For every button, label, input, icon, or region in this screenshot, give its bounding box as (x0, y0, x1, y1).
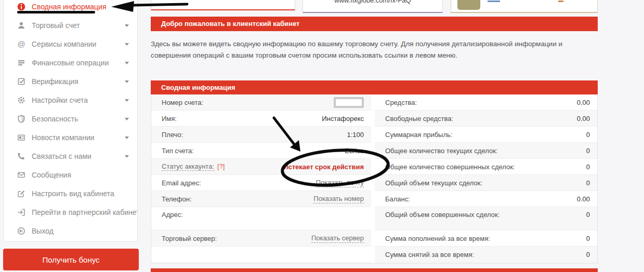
sidebar-item[interactable]: Связаться с нами (4, 147, 137, 166)
row-label: Свободные средства: (385, 115, 453, 123)
sidebar-item[interactable]: Торговый счет (4, 16, 137, 35)
intro-text: Здесь вы можете видеть сводную информаци… (151, 38, 602, 61)
sidebar-item[interactable]: Настройки счета (4, 91, 137, 110)
account-status-link[interactable]: Статус аккаунта: (162, 162, 214, 171)
welcome-banner: Добро пожаловать в клиентский кабинет (151, 17, 598, 31)
chevron-down-icon (125, 80, 129, 83)
info-icon (17, 3, 26, 11)
notice-card-promo[interactable] (451, 0, 598, 13)
sidebar-item-label: Безопасность (32, 115, 78, 123)
summary-row: Сумма снятий за все время:0 (375, 247, 597, 263)
sidebar-item-label: Перейти в партнерский кабинет (32, 208, 138, 216)
sidebar-item-label: Финансовые операции (32, 59, 109, 67)
sidebar-item-label: Торговый счет (32, 21, 80, 30)
row-label: Общее количество совершенных сделок: (385, 163, 515, 171)
row-label: Сумма снятий за все время: (385, 251, 474, 259)
sidebar-item[interactable]: Безопасность (4, 110, 137, 128)
chevron-down-icon (125, 118, 129, 120)
row-label: Имя: (162, 115, 177, 123)
notice-card-account[interactable] (151, 0, 295, 10)
help-question-link[interactable]: [?] (217, 162, 225, 170)
row-value: 0 (586, 147, 590, 155)
row-label-text: Email адрес: (162, 179, 201, 187)
row-value: Инстафорекс (322, 115, 364, 123)
summary-row: Торговый сервер:Показать сервер (151, 230, 371, 247)
row-label-text: Общее количество совершенных сделок: (385, 163, 515, 171)
row-value: 0 (586, 251, 590, 259)
sidebar-item[interactable]: Верификация (4, 72, 137, 91)
summary-row: Свободные средства:0.00 (375, 111, 597, 127)
chevron-down-icon (125, 137, 129, 139)
summary-card: Сводная информация Номер счета:Имя:Инста… (151, 80, 598, 264)
sidebar-item[interactable]: Выход (4, 222, 137, 240)
summary-row: Адрес: (151, 207, 371, 230)
sidebar-menu: Сводная информацияТорговый счет@Сервисы … (4, 0, 137, 240)
sidebar-item-label: Сообщения (32, 171, 71, 179)
summary-row: Номер счета: (151, 94, 371, 111)
shield-icon (17, 115, 26, 123)
row-label-text: Сумма пополнений за все время: (385, 235, 490, 242)
row-label-text: Баланс: (385, 195, 410, 203)
clipped-text-fragment (488, 1, 500, 2)
envelope-icon (17, 171, 26, 179)
row-label: Сумма пополнений за все время: (385, 235, 490, 242)
summary-row: Телефон:Показать номер (151, 191, 371, 207)
summary-row: Баланс:0.00 (375, 191, 597, 207)
row-value: 0 (586, 179, 590, 187)
row-label: Баланс: (385, 195, 410, 203)
get-bonus-button[interactable]: Получить бонус (3, 249, 139, 270)
row-label: Торговый сервер: (162, 235, 217, 242)
summary-row: Email адрес:Показать почту (151, 175, 371, 191)
promo-thumbnail (457, 0, 480, 10)
logout-icon (17, 227, 26, 235)
row-value: 0 (586, 131, 590, 139)
list-icon (17, 59, 26, 67)
sidebar-item[interactable]: Новости компании (4, 128, 137, 147)
row-label-text: Общий объем совершенных сделок: (385, 211, 500, 219)
sidebar-item[interactable]: Сводная информация (4, 0, 137, 16)
row-value: Eurica (345, 147, 364, 155)
sidebar-item-label: Настройки счета (32, 96, 88, 104)
row-label-text: Торговый сервер: (162, 235, 217, 242)
summary-row: Общее количество совершенных сделок:0 (375, 159, 597, 175)
summary-row: Сумма пополнений за все время:0 (375, 230, 597, 247)
row-label: Телефон: (162, 195, 192, 203)
sidebar-item-label: Настроить вид кабинета (32, 189, 114, 198)
status-alert-value: Истекает срок действия (283, 163, 364, 171)
redacted-account-number (334, 97, 364, 108)
sidebar-item[interactable]: Перейти в партнерский кабинет (4, 203, 137, 222)
reveal-link[interactable]: Показать номер (313, 195, 364, 203)
row-label: Суммарная прибыль: (385, 131, 452, 139)
summary-right-column: Средства:0.00Свободные средства:0.00Сумм… (375, 94, 597, 263)
notice-card-faq[interactable]: www.fixglobe.com/fx-FaQ (303, 0, 443, 13)
sidebar-item[interactable]: Финансовые операции (4, 53, 137, 72)
row-value: 0 (586, 163, 590, 171)
row-value: 0 (586, 211, 590, 219)
sidebar-panel: Сводная информацияТорговый счет@Сервисы … (3, 0, 138, 242)
row-label-text: Общий объем текущих сделок: (385, 179, 482, 187)
sidebar-item-label: Сервисы компании (32, 40, 96, 48)
reveal-link[interactable]: Показать сервер (311, 234, 364, 243)
faq-link[interactable]: www.fixglobe.com/fx-FaQ (303, 0, 442, 5)
row-label: Плечо: (162, 131, 183, 139)
row-label: Средства: (385, 99, 417, 106)
sidebar-item[interactable]: @Сервисы компании (4, 35, 137, 53)
summary-row: Общий объем совершенных сделок:0 (375, 207, 597, 230)
summary-left-column: Номер счета:Имя:ИнстафорексПлечо:1:100Ти… (151, 94, 371, 263)
newspaper-icon (17, 133, 26, 142)
row-label-text: Суммарная прибыль: (385, 131, 452, 139)
summary-row: Статус аккаунта:[?]Истекает срок действи… (151, 159, 371, 175)
row-label-text: Сумма снятий за все время: (385, 251, 474, 259)
phone-icon (17, 152, 26, 160)
summary-row: Общее количество текущих сделок:0 (375, 143, 597, 159)
row-label: Номер счета: (162, 99, 203, 106)
reveal-link[interactable]: Показать почту (316, 179, 364, 187)
summary-row: Плечо:1:100 (151, 127, 371, 143)
user-icon (17, 21, 26, 30)
row-value: 0.00 (577, 99, 590, 106)
sidebar-item[interactable]: Настроить вид кабинета (4, 184, 137, 203)
sidebar-item[interactable]: Сообщения (4, 166, 137, 184)
summary-row (151, 247, 371, 263)
row-label-text: Номер счета: (162, 99, 203, 106)
chevron-down-icon (125, 43, 129, 46)
